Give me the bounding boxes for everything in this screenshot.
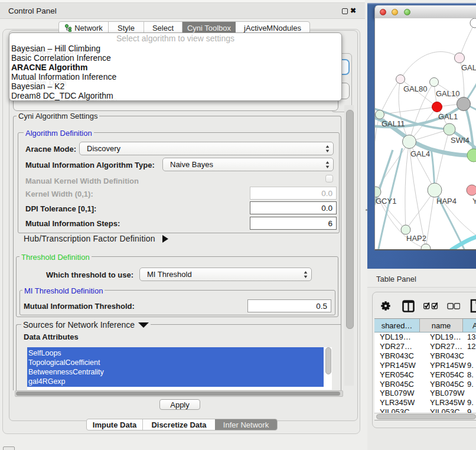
svg-text:GAL1: GAL1	[438, 112, 458, 121]
svg-text:Y: Y	[472, 197, 476, 206]
svg-text:SWI4: SWI4	[451, 136, 470, 145]
svg-text:GAL4: GAL4	[410, 149, 430, 158]
svg-text:GCY1: GCY1	[376, 197, 396, 206]
svg-text:GAL: GAL	[461, 63, 476, 72]
svg-text:GAL10: GAL10	[436, 89, 459, 98]
svg-text:HAP4: HAP4	[436, 197, 457, 206]
svg-text:GAL11: GAL11	[382, 119, 405, 128]
svg-text:HAP2: HAP2	[406, 234, 426, 243]
svg-text:GAL80: GAL80	[403, 84, 427, 93]
